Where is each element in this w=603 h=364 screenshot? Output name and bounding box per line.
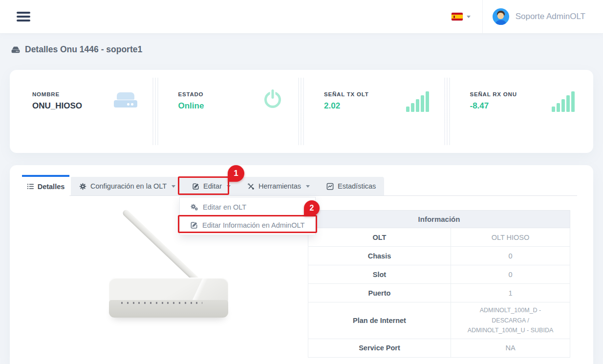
row-label: Slot [308, 265, 451, 284]
table-row: Plan de Internet ADMINOLT_100M_D - DESCA… [308, 302, 570, 339]
page-title: Detalles Onu 1446 - soporte1 [11, 44, 142, 55]
stat-value: ONU_HIOSO [32, 101, 82, 111]
stat-value: -8.47 [470, 101, 517, 111]
tab-label: Configuración en la OLT [90, 182, 167, 190]
router-body [109, 278, 228, 302]
top-navbar: Soporte AdminOLT [0, 0, 603, 33]
spain-flag-icon [452, 13, 463, 21]
menu-item-label: Editar en OLT [203, 203, 246, 211]
table-row: Service Port NA [308, 339, 570, 357]
stat-label: SEÑAL RX ONU [470, 91, 517, 97]
row-value: NA [451, 339, 570, 357]
tab-bar: Detalles Configuración en la OLT Editar … [22, 175, 384, 196]
tab-herramientas[interactable]: Herramientas [239, 177, 318, 195]
app-window: Soporte AdminOLT Detalles Onu 1446 - sop… [0, 0, 603, 364]
table-row: Slot 0 [308, 265, 570, 284]
row-label: Service Port [308, 339, 451, 357]
menu-item-editar-en-olt[interactable]: Editar en OLT [180, 198, 315, 216]
editar-dropdown-menu: Editar en OLT Editar Información en Admi… [179, 197, 316, 235]
tab-label: Editar [203, 182, 222, 190]
stat-label: ESTADO [178, 91, 204, 97]
table-row: Puerto 1 [308, 284, 570, 302]
tab-label: Detalles [38, 183, 65, 191]
row-label: Chasis [308, 247, 451, 265]
chevron-down-icon [227, 185, 231, 188]
menu-item-label: Editar Información en AdminOLT [202, 221, 304, 229]
chevron-down-icon [467, 16, 471, 18]
avatar [493, 8, 509, 25]
stat-senal-tx-olt: SEÑAL TX OLT 2.02 [302, 70, 448, 153]
tab-label: Estadísticas [338, 182, 376, 190]
chevron-down-icon [172, 185, 175, 188]
gears-icon [190, 203, 198, 211]
signal-bars-icon [552, 91, 575, 112]
chart-icon [326, 183, 334, 190]
list-icon [27, 183, 34, 190]
power-icon [262, 89, 283, 110]
router-leds [121, 302, 202, 304]
tab-configuracion-olt[interactable]: Configuración en la OLT [71, 177, 184, 195]
language-selector[interactable] [440, 13, 482, 21]
user-name: Soporte AdminOLT [516, 12, 585, 21]
table-header: Información [308, 211, 570, 228]
stat-estado: ESTADO Online [156, 70, 302, 153]
page-title-text: Detalles Onu 1446 - soporte1 [25, 44, 142, 55]
chevron-down-icon [306, 185, 310, 188]
tab-estadisticas[interactable]: Estadísticas [318, 177, 384, 195]
edit-icon [190, 221, 198, 229]
status-card: NOMBRE ONU_HIOSO ESTADO Online SEÑAL T [10, 70, 593, 153]
informacion-table: Información OLT OLT HIOSO Chasis 0 Slot … [308, 210, 570, 358]
edit-icon [192, 183, 199, 190]
details-card: Detalles Configuración en la OLT Editar … [10, 165, 593, 364]
row-label: Plan de Internet [308, 302, 451, 339]
tools-icon [247, 183, 255, 190]
stat-label: SEÑAL TX OLT [324, 91, 369, 97]
tab-label: Herramientas [258, 182, 301, 190]
table-row: OLT OLT HIOSO [308, 228, 570, 247]
annotation-step-1-badge: 1 [228, 165, 244, 182]
row-value: 0 [451, 247, 570, 265]
stat-value: Online [178, 101, 204, 111]
menu-item-editar-informacion-adminolt[interactable]: Editar Información en AdminOLT [180, 216, 315, 234]
stat-senal-rx-onu: SEÑAL RX ONU -8.47 [448, 70, 594, 153]
row-label: OLT [308, 228, 451, 247]
signal-bars-icon [406, 91, 429, 112]
row-label: Puerto [308, 284, 451, 302]
gear-icon [79, 183, 86, 190]
annotation-step-2-badge: 2 [304, 200, 320, 216]
server-icon [114, 92, 137, 109]
menu-toggle-button[interactable] [17, 12, 30, 21]
row-value: OLT HIOSO [451, 228, 570, 247]
hdd-icon [11, 45, 21, 55]
stat-value: 2.02 [324, 101, 369, 111]
table-row: Chasis 0 [308, 247, 570, 265]
row-value: 0 [451, 265, 570, 284]
stat-nombre: NOMBRE ONU_HIOSO [10, 70, 156, 153]
row-value: ADMINOLT_100M_D - DESCARGA / ADMINOLT_10… [451, 302, 570, 339]
stat-label: NOMBRE [32, 91, 82, 97]
tab-detalles[interactable]: Detalles [22, 175, 69, 196]
row-value: 1 [451, 284, 570, 302]
user-menu[interactable]: Soporte AdminOLT [483, 8, 603, 25]
